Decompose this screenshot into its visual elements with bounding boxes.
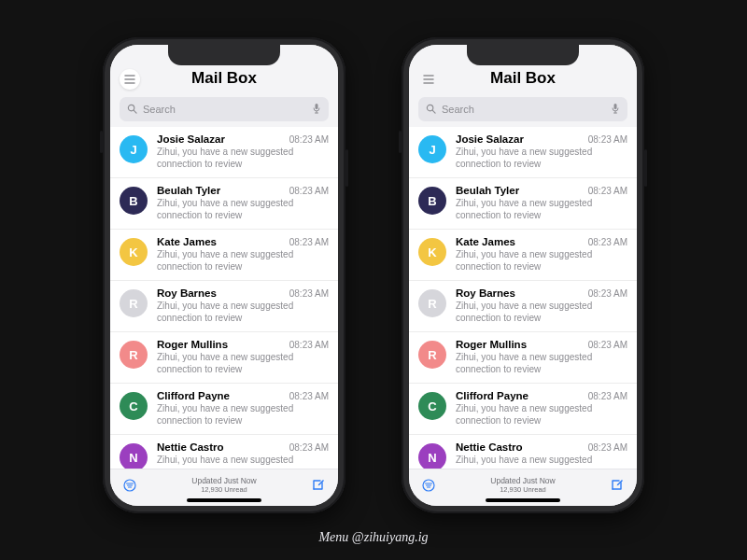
message-text: Josie Salazar08:23 AMZihui, you have a n… (157, 133, 329, 170)
avatar: J (418, 135, 446, 163)
avatar: R (120, 289, 148, 317)
footer-unread: 12,930 Unread (490, 485, 555, 494)
avatar: B (418, 187, 446, 215)
svg-rect-4 (614, 104, 617, 109)
message-row[interactable]: RRoy Barnes08:23 AMZihui, you have a new… (409, 281, 637, 332)
message-list[interactable]: JJosie Salazar08:23 AMZihui, you have a … (110, 127, 338, 469)
svg-point-0 (128, 105, 134, 110)
sender-name: Nettie Castro (456, 441, 523, 453)
sender-name: Kate James (157, 236, 217, 247)
message-snippet: Zihui, you have a new suggested connecti… (456, 147, 627, 170)
message-snippet: Zihui, you have a new suggested connecti… (456, 403, 627, 427)
message-list[interactable]: JJosie Salazar08:23 AMZihui, you have a … (409, 127, 637, 469)
message-time: 08:23 AM (588, 391, 627, 401)
message-snippet: Zihui, you have a new suggested connecti… (157, 147, 329, 170)
svg-point-3 (427, 105, 432, 110)
svg-rect-1 (316, 104, 318, 109)
home-indicator (486, 498, 560, 502)
message-text: Roy Barnes08:23 AMZihui, you have a new … (157, 287, 329, 324)
sender-name: Nettie Castro (157, 441, 224, 453)
message-time: 08:23 AM (588, 237, 627, 247)
phone-right: Mail BoxSearchJJosie Salazar08:23 AMZihu… (402, 37, 644, 513)
stage: Mail BoxSearchJJosie Salazar08:23 AMZihu… (0, 0, 747, 560)
message-time: 08:23 AM (588, 442, 627, 453)
message-row[interactable]: NNettie Castro08:23 AMZihui, you have a … (409, 435, 637, 469)
avatar: K (120, 238, 148, 266)
message-text: Kate James08:23 AMZihui, you have a new … (157, 236, 329, 273)
search-icon (426, 104, 436, 116)
sender-name: Josie Salazar (456, 133, 524, 145)
search-icon (127, 104, 137, 116)
sender-name: Beulah Tyler (456, 185, 519, 196)
search-placeholder: Search (143, 104, 306, 115)
message-text: Josie Salazar08:23 AMZihui, you have a n… (456, 133, 627, 170)
message-row[interactable]: BBeulah Tyler08:23 AMZihui, you have a n… (110, 178, 338, 230)
message-snippet: Zihui, you have a new suggested connecti… (456, 249, 627, 273)
message-row[interactable]: RRoger Mullins08:23 AMZihui, you have a … (110, 332, 338, 384)
message-time: 08:23 AM (289, 237, 329, 247)
footer-unread: 12,930 Unread (191, 485, 256, 494)
notch (467, 45, 579, 65)
message-row[interactable]: KKate James08:23 AMZihui, you have a new… (409, 230, 637, 281)
avatar: R (120, 341, 148, 369)
message-row[interactable]: RRoy Barnes08:23 AMZihui, you have a new… (110, 281, 338, 332)
phone-left: Mail BoxSearchJJosie Salazar08:23 AMZihu… (103, 37, 345, 513)
sender-name: Roger Mullins (456, 339, 527, 350)
message-time: 08:23 AM (289, 442, 329, 453)
avatar: N (120, 443, 148, 469)
message-snippet: Zihui, you have a new suggested connecti… (157, 198, 329, 221)
hamburger-icon (124, 75, 135, 84)
message-snippet: Zihui, you have a new suggested connecti… (456, 198, 627, 221)
message-row[interactable]: JJosie Salazar08:23 AMZihui, you have a … (110, 127, 338, 178)
menu-button[interactable] (120, 69, 140, 90)
message-time: 08:23 AM (289, 391, 329, 401)
message-snippet: Zihui, you have a new suggested connecti… (157, 301, 329, 324)
mic-icon[interactable] (312, 103, 321, 116)
compose-button[interactable] (310, 477, 327, 494)
sender-name: Roger Mullins (157, 339, 228, 350)
message-snippet: Zihui, you have a new suggested connecti… (157, 352, 329, 375)
page-title: Mail Box (120, 69, 329, 88)
notch (168, 45, 280, 65)
message-row[interactable]: JJosie Salazar08:23 AMZihui, you have a … (409, 127, 637, 178)
avatar: R (418, 341, 446, 369)
message-time: 08:23 AM (289, 186, 329, 196)
footer-updated: Updated Just Now (490, 476, 555, 485)
message-snippet: Zihui, you have a new suggested (157, 455, 329, 467)
search-input[interactable]: Search (418, 97, 627, 121)
message-time: 08:23 AM (588, 340, 627, 350)
mic-icon[interactable] (611, 103, 620, 116)
message-text: Beulah Tyler08:23 AMZihui, you have a ne… (456, 185, 627, 221)
message-snippet: Zihui, you have a new suggested connecti… (157, 249, 329, 273)
compose-button[interactable] (609, 477, 626, 494)
avatar: B (120, 187, 148, 215)
message-time: 08:23 AM (588, 186, 627, 196)
avatar: K (418, 238, 446, 266)
message-row[interactable]: CClifford Payne08:23 AMZihui, you have a… (110, 384, 338, 435)
avatar: N (418, 443, 446, 469)
sender-name: Beulah Tyler (157, 185, 220, 196)
filter-button[interactable] (420, 477, 437, 494)
message-row[interactable]: KKate James08:23 AMZihui, you have a new… (110, 230, 338, 281)
hamburger-icon (423, 75, 434, 84)
message-text: Beulah Tyler08:23 AMZihui, you have a ne… (157, 185, 329, 221)
sender-name: Clifford Payne (157, 390, 230, 401)
sender-name: Roy Barnes (157, 287, 217, 299)
message-time: 08:23 AM (289, 134, 329, 145)
footer-updated: Updated Just Now (191, 476, 256, 485)
sender-name: Kate James (456, 236, 515, 247)
message-row[interactable]: CClifford Payne08:23 AMZihui, you have a… (409, 384, 637, 435)
search-input[interactable]: Search (120, 97, 329, 121)
message-time: 08:23 AM (588, 288, 627, 299)
message-row[interactable]: NNettie Castro08:23 AMZihui, you have a … (110, 435, 338, 469)
message-text: Nettie Castro08:23 AMZihui, you have a n… (456, 441, 627, 467)
message-row[interactable]: RRoger Mullins08:23 AMZihui, you have a … (409, 332, 637, 384)
message-row[interactable]: BBeulah Tyler08:23 AMZihui, you have a n… (409, 178, 637, 230)
menu-button[interactable] (418, 69, 439, 90)
message-snippet: Zihui, you have a new suggested connecti… (456, 352, 627, 375)
message-time: 08:23 AM (289, 288, 329, 299)
message-text: Clifford Payne08:23 AMZihui, you have a … (157, 390, 329, 427)
sender-name: Josie Salazar (157, 133, 225, 145)
filter-button[interactable] (121, 477, 138, 494)
page-title: Mail Box (418, 69, 627, 88)
